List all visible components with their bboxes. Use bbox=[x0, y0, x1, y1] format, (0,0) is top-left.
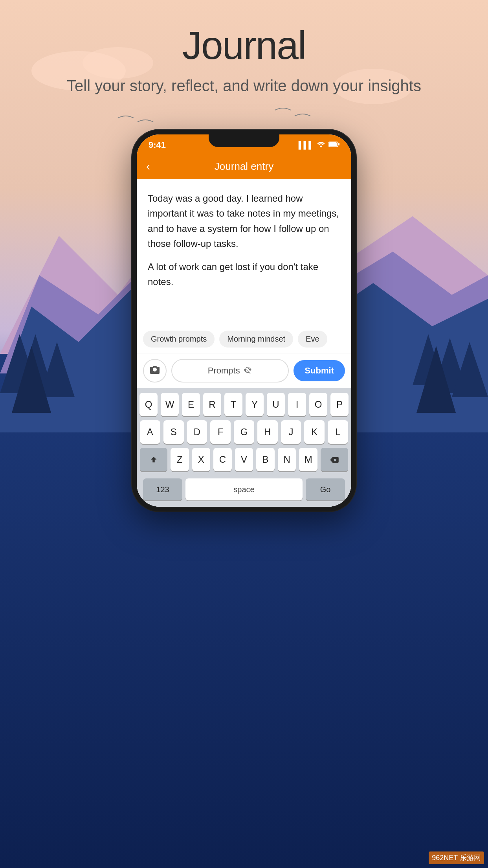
key-go[interactable]: Go bbox=[306, 478, 345, 500]
key-u[interactable]: U bbox=[267, 393, 285, 416]
status-time: 9:41 bbox=[149, 140, 166, 150]
submit-button[interactable]: Submit bbox=[294, 360, 345, 381]
prompt-tab-growth[interactable]: Growth prompts bbox=[143, 331, 215, 348]
prompts-label: Prompts bbox=[208, 366, 240, 376]
key-b[interactable]: B bbox=[256, 448, 275, 471]
keyboard-bottom-row: 123 space Go bbox=[140, 475, 348, 507]
hide-prompts-icon bbox=[243, 366, 253, 376]
prompt-tabs: Growth prompts Morning mindset Eve bbox=[137, 325, 351, 353]
key-e[interactable]: E bbox=[182, 393, 200, 416]
svg-point-16 bbox=[320, 145, 322, 147]
journal-paragraph-1: Today was a good day. I learned how impo… bbox=[148, 191, 340, 252]
nav-title: Journal entry bbox=[162, 160, 326, 173]
key-m[interactable]: M bbox=[299, 448, 317, 471]
key-c[interactable]: C bbox=[213, 448, 232, 471]
phone-container: 9:41 ▌▌▌ bbox=[132, 130, 356, 511]
status-icons: ▌▌▌ bbox=[299, 141, 339, 150]
battery-icon bbox=[328, 141, 339, 149]
key-123[interactable]: 123 bbox=[143, 478, 182, 500]
keyboard-row-3: Z X C V B N M bbox=[140, 448, 348, 471]
keyboard[interactable]: Q W E R T Y U I O P A S D F G bbox=[137, 388, 351, 507]
header-section: Journal Tell your story, reflect, and wr… bbox=[0, 0, 488, 97]
key-n[interactable]: N bbox=[278, 448, 296, 471]
journal-paragraph-2: A lot of work can get lost if you don't … bbox=[148, 259, 340, 290]
key-a[interactable]: A bbox=[140, 420, 160, 444]
key-i[interactable]: I bbox=[288, 393, 306, 416]
svg-rect-19 bbox=[338, 143, 339, 145]
status-bar: 9:41 ▌▌▌ bbox=[137, 134, 351, 154]
key-g[interactable]: G bbox=[234, 420, 254, 444]
camera-icon bbox=[149, 365, 160, 377]
key-y[interactable]: Y bbox=[246, 393, 264, 416]
back-button[interactable]: ‹ bbox=[146, 160, 162, 173]
action-bar: Prompts Submit bbox=[137, 353, 351, 388]
keyboard-row-1: Q W E R T Y U I O P bbox=[140, 393, 348, 416]
signal-icon: ▌▌▌ bbox=[299, 141, 314, 149]
nav-bar: ‹ Journal entry bbox=[137, 154, 351, 179]
key-p[interactable]: P bbox=[330, 393, 349, 416]
key-h[interactable]: H bbox=[257, 420, 278, 444]
key-z[interactable]: Z bbox=[171, 448, 189, 471]
delete-key[interactable] bbox=[321, 448, 348, 471]
keyboard-row-2: A S D F G H J K L bbox=[140, 420, 348, 444]
key-j[interactable]: J bbox=[281, 420, 301, 444]
key-l[interactable]: L bbox=[328, 420, 348, 444]
phone-frame: 9:41 ▌▌▌ bbox=[132, 130, 356, 511]
key-d[interactable]: D bbox=[187, 420, 207, 444]
prompts-button[interactable]: Prompts bbox=[171, 359, 289, 383]
key-q[interactable]: Q bbox=[139, 393, 158, 416]
svg-rect-18 bbox=[329, 142, 337, 146]
journal-content[interactable]: Today was a good day. I learned how impo… bbox=[137, 179, 351, 325]
notch bbox=[209, 134, 279, 147]
key-w[interactable]: W bbox=[161, 393, 179, 416]
shift-key[interactable] bbox=[140, 448, 167, 471]
key-f[interactable]: F bbox=[210, 420, 231, 444]
app-title: Journal bbox=[0, 24, 488, 67]
app-subtitle: Tell your story, reflect, and write down… bbox=[0, 75, 488, 97]
journal-text: Today was a good day. I learned how impo… bbox=[148, 191, 340, 289]
watermark: 962NET 乐游网 bbox=[429, 851, 484, 864]
prompt-tab-eve[interactable]: Eve bbox=[298, 331, 327, 348]
key-o[interactable]: O bbox=[309, 393, 327, 416]
key-s[interactable]: S bbox=[163, 420, 184, 444]
prompt-tab-morning[interactable]: Morning mindset bbox=[219, 331, 293, 348]
key-k[interactable]: K bbox=[304, 420, 325, 444]
wifi-icon bbox=[317, 141, 325, 150]
key-v[interactable]: V bbox=[235, 448, 253, 471]
key-space[interactable]: space bbox=[185, 478, 303, 500]
camera-button[interactable] bbox=[143, 359, 167, 383]
key-r[interactable]: R bbox=[203, 393, 221, 416]
key-x[interactable]: X bbox=[192, 448, 211, 471]
key-t[interactable]: T bbox=[224, 393, 242, 416]
phone-screen: 9:41 ▌▌▌ bbox=[137, 134, 351, 507]
